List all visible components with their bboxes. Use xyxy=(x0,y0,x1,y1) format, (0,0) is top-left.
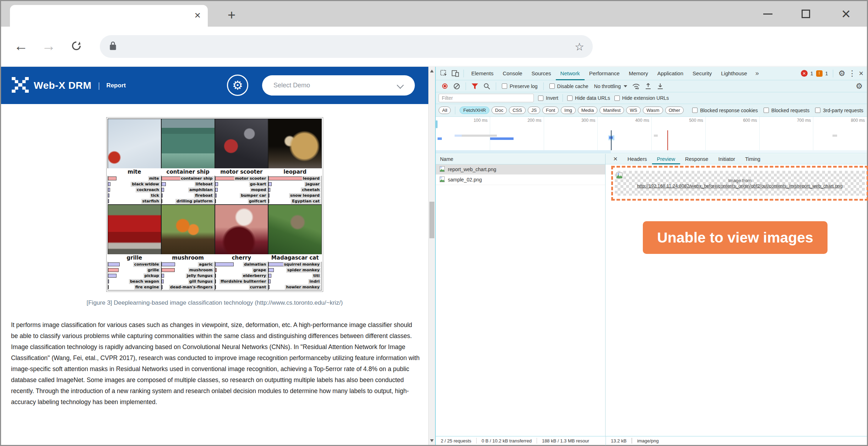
throttling-dropdown[interactable]: No throttling xyxy=(592,83,629,89)
more-tabs-icon[interactable]: » xyxy=(753,70,762,77)
request-list-header[interactable]: Name xyxy=(436,154,605,164)
tab-close-icon[interactable]: × xyxy=(194,10,201,21)
request-row[interactable]: report_web_chart.png xyxy=(436,164,605,175)
detail-tab-initiator[interactable]: Initiator xyxy=(713,154,740,164)
type-pill-manifest[interactable]: Manifest xyxy=(600,107,624,114)
checkbox-icon[interactable] xyxy=(764,108,769,113)
scroll-down-arrow-icon[interactable] xyxy=(430,439,434,442)
type-pill-js[interactable]: JS xyxy=(528,107,540,114)
browser-tab[interactable]: × xyxy=(10,5,208,27)
detail-tab-response[interactable]: Response xyxy=(680,154,713,164)
network-conditions-icon[interactable] xyxy=(631,81,641,91)
window-maximize-button[interactable] xyxy=(793,1,818,27)
devtools-tab-elements[interactable]: Elements xyxy=(467,67,498,80)
devtools-tab-lighthouse[interactable]: Lighthouse xyxy=(716,67,752,80)
checkbox-icon[interactable] xyxy=(538,96,543,101)
devtools-settings-gear-icon[interactable]: ⚙ xyxy=(838,69,845,78)
bookmark-star-icon[interactable]: ☆ xyxy=(575,40,584,53)
address-bar[interactable]: ☆ xyxy=(100,35,593,58)
grille-photo xyxy=(108,205,161,254)
type-pill-img[interactable]: Img xyxy=(561,107,576,114)
3rd-party-requests-checkbox[interactable]: 3rd-party requests xyxy=(813,108,866,113)
blocked-response-cookies-checkbox[interactable]: Blocked response cookies xyxy=(690,108,760,113)
type-pill-other[interactable]: Other xyxy=(665,107,684,114)
settings-gear-button[interactable]: ⚙ xyxy=(227,75,248,96)
devtools-close-icon[interactable]: × xyxy=(859,69,863,78)
new-tab-button[interactable]: + xyxy=(228,7,235,23)
devtools-tab-security[interactable]: Security xyxy=(688,67,716,80)
error-badge-icon[interactable]: ✕ xyxy=(801,70,808,77)
devtools-tab-application[interactable]: Application xyxy=(653,67,688,80)
hide-extension-urls-checkbox[interactable]: Hide extension URLs xyxy=(612,95,671,101)
prediction-row: beach wagon xyxy=(108,279,161,284)
prediction-row: ffordshire bullterrier xyxy=(215,279,268,284)
window-minimize-button[interactable] xyxy=(755,1,780,27)
preserve-log-checkbox[interactable]: Preserve log xyxy=(500,83,540,89)
prediction-bar xyxy=(108,199,109,203)
record-network-log-icon[interactable] xyxy=(439,81,450,91)
invert-checkbox[interactable]: Invert xyxy=(536,95,560,101)
type-pill-css[interactable]: CSS xyxy=(509,107,526,114)
page-scrollbar[interactable] xyxy=(428,67,435,445)
devtools-tab-console[interactable]: Console xyxy=(498,67,527,80)
devtools-tab-sources[interactable]: Sources xyxy=(527,67,556,80)
preview-image-url[interactable]: http://192.168.11.24:8082/webx_before/co… xyxy=(637,183,843,189)
filter-funnel-icon[interactable] xyxy=(470,81,480,91)
checkbox-icon[interactable] xyxy=(549,83,555,89)
prediction-label: mushroom xyxy=(188,268,214,273)
type-pill-font[interactable]: Font xyxy=(542,107,559,114)
detail-tab-preview[interactable]: Preview xyxy=(652,154,680,164)
devtools-tab-network[interactable]: Network xyxy=(556,67,585,80)
type-pill-doc[interactable]: Doc xyxy=(492,107,507,114)
type-pill-ws[interactable]: WS xyxy=(626,107,641,114)
type-pill-media[interactable]: Media xyxy=(578,107,597,114)
type-pill-fetch-xhr[interactable]: Fetch/XHR xyxy=(460,107,489,114)
network-overview-timeline[interactable]: 100 ms200 ms300 ms400 ms500 ms600 ms700 … xyxy=(436,117,867,153)
network-settings-gear-icon[interactable]: ⚙ xyxy=(856,82,867,91)
checkbox-icon[interactable] xyxy=(567,96,573,101)
devtools-tab-memory[interactable]: Memory xyxy=(624,67,653,80)
timeline-tick-label: 600 ms xyxy=(732,118,757,123)
reload-icon[interactable] xyxy=(68,37,85,54)
prediction-bar xyxy=(162,182,166,186)
detail-close-icon[interactable]: × xyxy=(609,155,622,163)
type-pill-all[interactable]: All xyxy=(439,107,451,114)
status-transferred: 0 B / 10.2 kB transferred xyxy=(477,438,537,444)
request-list-pane: Name report_web_chart.pngsample_02.png xyxy=(436,154,606,436)
detail-tab-headers[interactable]: Headers xyxy=(623,154,652,164)
hide-data-urls-checkbox[interactable]: Hide data URLs xyxy=(565,95,612,101)
checkbox-icon[interactable] xyxy=(502,83,507,89)
scrollbar-thumb[interactable] xyxy=(429,202,434,238)
request-row[interactable]: sample_02.png xyxy=(436,175,605,185)
devtools-tab-performance[interactable]: Performance xyxy=(585,67,624,80)
unable-to-view-images-badge: Unable to view images xyxy=(643,221,828,254)
search-icon[interactable] xyxy=(482,81,492,91)
type-pill-wasm[interactable]: Wasm xyxy=(643,107,663,114)
figure-panel-grille: grilleconvertiblegrillepickupbeach wagon… xyxy=(108,205,161,290)
scroll-up-arrow-icon[interactable] xyxy=(430,70,434,72)
devtools-menu-icon[interactable]: ⋮ xyxy=(848,69,856,78)
filter-input[interactable] xyxy=(439,94,534,102)
disable-cache-checkbox[interactable]: Disable cache xyxy=(547,83,591,89)
export-har-icon[interactable] xyxy=(655,81,666,91)
back-icon[interactable]: ← xyxy=(12,37,29,54)
clear-network-log-icon[interactable] xyxy=(451,81,462,91)
forward-icon[interactable]: → xyxy=(40,37,57,54)
timeline-handle[interactable] xyxy=(436,120,438,128)
mushroom-photo xyxy=(161,205,215,254)
dropdown-arrow-icon xyxy=(624,85,627,87)
checkbox-icon[interactable] xyxy=(692,108,698,113)
checkbox-icon[interactable] xyxy=(815,108,820,113)
inspect-element-icon[interactable] xyxy=(439,69,449,78)
prediction-label: ffordshire bullterrier xyxy=(219,279,267,284)
blocked-requests-checkbox[interactable]: Blocked requests xyxy=(761,108,812,113)
warning-badge-icon[interactable]: ! xyxy=(816,70,823,77)
waterfall-bar xyxy=(490,137,514,140)
panel-bars: container shiplifeboatamphibianfireboatd… xyxy=(161,176,215,205)
device-toolbar-icon[interactable] xyxy=(450,69,461,78)
select-demo-dropdown[interactable]: Select Demo xyxy=(262,75,415,96)
window-close-button[interactable]: × xyxy=(834,1,858,27)
checkbox-icon[interactable] xyxy=(614,96,620,101)
import-har-icon[interactable] xyxy=(643,81,653,91)
detail-tab-timing[interactable]: Timing xyxy=(740,154,765,164)
